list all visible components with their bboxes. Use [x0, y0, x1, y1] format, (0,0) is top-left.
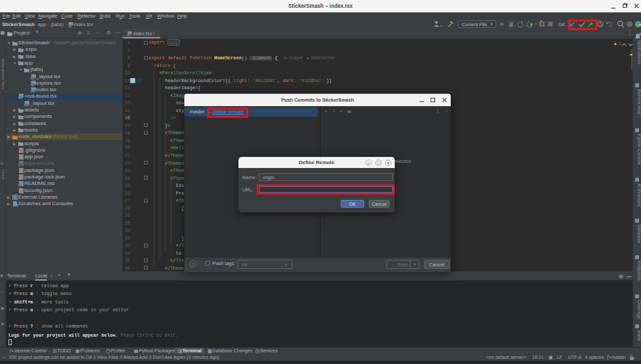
svg-text:▼: ▼ [490, 22, 493, 26]
svg-text:Git:: Git: [558, 21, 566, 27]
svg-text:▼: ▼ [534, 22, 537, 26]
svg-text:Current File: Current File [462, 21, 487, 27]
